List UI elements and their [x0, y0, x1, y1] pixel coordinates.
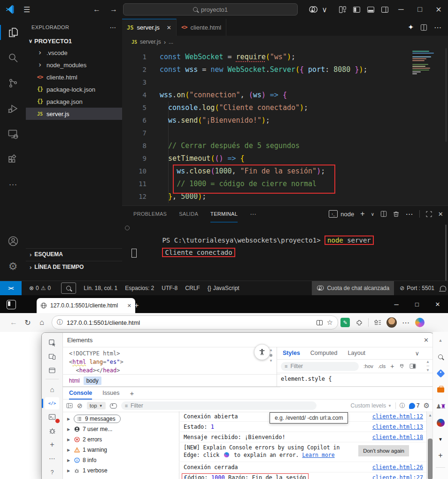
- tab-cliente-html[interactable]: <> cliente.html: [177, 19, 226, 36]
- live-expression-eye-icon[interactable]: [110, 403, 117, 408]
- customize-layout-icon[interactable]: [335, 0, 349, 19]
- tab-problems[interactable]: PROBLEMAS: [133, 206, 167, 222]
- copilot-icon[interactable]: [306, 0, 320, 19]
- console-filter-input[interactable]: ≡ Filter: [121, 401, 317, 410]
- maximize-panel-icon[interactable]: [426, 211, 432, 217]
- remote-indicator[interactable]: ><: [0, 281, 22, 295]
- code-editor[interactable]: 1const WebSocket = require("ws");2const …: [122, 48, 448, 205]
- terminal-output[interactable]: PS C:\tutorialesya\websockets\proyecto1>…: [122, 222, 448, 281]
- brush-icon[interactable]: [399, 363, 405, 369]
- language-mode[interactable]: {} JavaScript: [208, 285, 239, 291]
- problems-status[interactable]: ⊗0 ⚠0: [29, 285, 51, 291]
- explorer-root-folder[interactable]: ∨ PROYECTO1: [26, 35, 122, 47]
- editor-more-actions-icon[interactable]: ⋯: [434, 23, 441, 32]
- zoom-indicator[interactable]: [61, 283, 76, 294]
- console-filter-warning[interactable]: ▶1 warning: [62, 445, 179, 455]
- clear-console-icon[interactable]: ⊘: [77, 402, 83, 409]
- close-panel-icon[interactable]: ✕: [438, 211, 443, 218]
- toggle-secondary-sidebar-icon[interactable]: [378, 0, 392, 19]
- explorer-item[interactable]: {}package.json: [26, 95, 122, 108]
- copilot-sparkle-icon[interactable]: ✦: [408, 23, 414, 31]
- new-terminal-icon[interactable]: +: [360, 210, 365, 218]
- copilot-quota-status[interactable]: Cuota de chat alcanzada: [312, 281, 394, 295]
- console-source-link[interactable]: cliente.html:18: [368, 434, 423, 440]
- settings-gear-icon[interactable]: ⚙: [0, 255, 26, 278]
- editor-scrollbar[interactable]: [445, 48, 447, 142]
- collections-icon[interactable]: [371, 315, 385, 330]
- indentation[interactable]: Espacios: 2: [125, 285, 154, 291]
- dom-node[interactable]: <head></head>: [69, 366, 283, 375]
- favorites-star-icon[interactable]: ☆: [327, 318, 333, 327]
- notifications-bell-icon[interactable]: [440, 286, 446, 291]
- add-sidebar-item-icon[interactable]: +: [436, 451, 445, 460]
- grammar-extension-icon[interactable]: ✎: [338, 315, 352, 330]
- remote-explorer-icon[interactable]: [0, 122, 26, 146]
- microsoft-365-icon[interactable]: [436, 418, 445, 427]
- console-source-link[interactable]: cliente.html:13: [368, 424, 423, 430]
- dont-show-again-button[interactable]: Don't show again: [358, 445, 409, 456]
- tab-console[interactable]: Console: [69, 390, 92, 396]
- explorer-more-icon[interactable]: ⋯: [110, 24, 116, 31]
- close-tab-icon[interactable]: ✕: [167, 24, 171, 31]
- back-arrow-icon[interactable]: ←: [93, 5, 100, 14]
- site-info-icon[interactable]: ⓘ: [57, 318, 63, 327]
- address-bar[interactable]: ⓘ 127.0.0.1:5501/cliente.html ☆: [52, 315, 338, 330]
- add-drawer-tab-icon[interactable]: +: [130, 389, 134, 397]
- console-settings-gear-icon[interactable]: ⚙: [424, 401, 430, 410]
- styles-scroll-markers[interactable]: ▲─▼: [426, 360, 430, 372]
- home-icon[interactable]: ⌂: [35, 315, 49, 330]
- profile-avatar[interactable]: [385, 315, 399, 330]
- browser-tab[interactable]: 127.0.0.1:5501/cliente.html ✕: [37, 298, 135, 313]
- new-style-rule-icon[interactable]: +: [390, 362, 394, 370]
- split-editor-icon[interactable]: [420, 24, 427, 31]
- toggle-classes[interactable]: .cls: [378, 363, 386, 369]
- extensions-icon[interactable]: [0, 148, 26, 171]
- breadcrumb-body[interactable]: body: [84, 377, 101, 385]
- learn-more-link[interactable]: Learn more: [302, 452, 334, 458]
- maximize-button[interactable]: □: [407, 295, 427, 313]
- port-status[interactable]: ⊘ Port : 5501: [394, 285, 440, 291]
- tab-computed[interactable]: Computed: [310, 350, 338, 356]
- console-source-link[interactable]: cliente.html:26: [368, 464, 423, 471]
- info-icon[interactable]: ⓘ: [400, 402, 405, 410]
- dom-node[interactable]: <!DOCTYPE html>: [69, 349, 283, 358]
- console-tool-icon[interactable]: [45, 411, 59, 423]
- run-debug-icon[interactable]: [0, 97, 26, 120]
- explorer-item[interactable]: ›node_modules: [26, 59, 122, 71]
- accessibility-icon[interactable]: [254, 344, 270, 360]
- explorer-item[interactable]: JSserver.js: [26, 108, 122, 120]
- explorer-item[interactable]: {}package-lock.json: [26, 83, 122, 95]
- tab-issues[interactable]: Issues: [102, 390, 119, 396]
- tab-layout[interactable]: Layout: [348, 350, 366, 356]
- maximize-button[interactable]: □: [410, 0, 429, 19]
- new-tab-icon[interactable]: +: [134, 301, 139, 310]
- close-devtools-icon[interactable]: ✕: [424, 337, 429, 344]
- close-button[interactable]: ✕: [427, 295, 448, 313]
- context-selector[interactable]: top ▼: [87, 402, 106, 409]
- console-filter-user[interactable]: ▶7 user me...: [62, 424, 179, 434]
- search-icon[interactable]: [436, 352, 445, 361]
- explorer-icon[interactable]: [0, 21, 26, 44]
- add-tool-icon[interactable]: +: [45, 439, 59, 451]
- source-control-icon[interactable]: [0, 71, 26, 95]
- tools-toolbox-icon[interactable]: [436, 385, 445, 394]
- terminal-dropdown-icon[interactable]: ∨: [371, 212, 375, 217]
- scroll-up-icon[interactable]: ▲: [436, 336, 445, 345]
- command-center-search[interactable]: proyecto1: [123, 3, 298, 16]
- more-actions-icon[interactable]: ⋯: [0, 173, 26, 196]
- explorer-item[interactable]: ›.vscode: [26, 47, 122, 59]
- console-sidebar-toggle-icon[interactable]: [66, 403, 73, 408]
- more-tabs-chevron-icon[interactable]: ∨: [415, 350, 419, 357]
- workspaces-icon[interactable]: [7, 300, 16, 309]
- more-tools-icon[interactable]: ⋯: [45, 452, 59, 464]
- minimize-button[interactable]: ─: [386, 295, 407, 313]
- toggle-hover-state[interactable]: :hov: [363, 363, 373, 369]
- extensions-puzzle-icon[interactable]: [352, 315, 366, 330]
- console-source-link[interactable]: cliente.html:12: [368, 413, 423, 420]
- dom-node[interactable]: <html lang="es">: [69, 358, 283, 366]
- minimize-button[interactable]: ─: [392, 0, 410, 19]
- breadcrumb[interactable]: JS server.js › ...: [122, 36, 448, 48]
- split-screen-icon[interactable]: [316, 319, 323, 326]
- elements-tool-icon[interactable]: </>: [45, 397, 59, 409]
- close-tab-icon[interactable]: ✕: [127, 303, 131, 309]
